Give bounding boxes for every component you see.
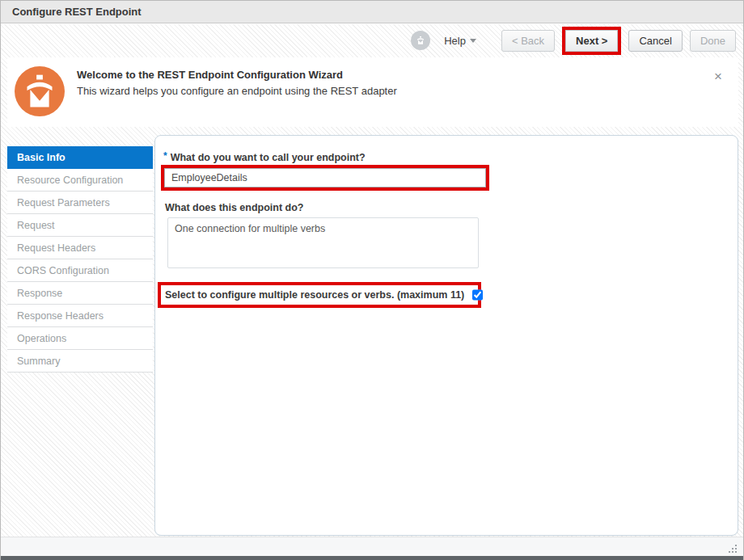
adapter-mini-glyph <box>414 34 427 47</box>
close-icon[interactable]: × <box>708 66 729 86</box>
sidebar-item-request[interactable]: Request <box>7 214 153 237</box>
sidebar-item-response-headers[interactable]: Response Headers <box>7 305 153 327</box>
help-menu[interactable]: Help <box>444 35 476 47</box>
sidebar-item-operations[interactable]: Operations <box>7 327 153 350</box>
title-bar: Configure REST Endpoint <box>1 1 743 23</box>
endpoint-description-input[interactable]: One connection for multiple verbs <box>167 217 479 268</box>
done-button[interactable]: Done <box>690 30 736 52</box>
configure-rest-endpoint-dialog: Configure REST Endpoint Help < Back Next… <box>0 0 744 560</box>
wizard-header: Welcome to the REST Endpoint Configurati… <box>7 57 738 127</box>
endpoint-name-input[interactable] <box>164 168 486 187</box>
adapter-mini-icon <box>411 31 430 50</box>
dialog-footer <box>1 537 743 556</box>
wizard-header-texts: Welcome to the REST Endpoint Configurati… <box>77 66 708 97</box>
back-button[interactable]: < Back <box>501 30 555 52</box>
wizard-title: Welcome to the REST Endpoint Configurati… <box>77 69 708 81</box>
endpoint-name-label-text: What do you want to call your endpoint? <box>171 152 366 163</box>
cancel-button[interactable]: Cancel <box>628 30 682 52</box>
resize-grip-icon[interactable] <box>735 551 737 553</box>
rest-adapter-icon <box>15 66 65 116</box>
help-label: Help <box>444 35 466 47</box>
chevron-down-icon <box>470 39 476 43</box>
next-button-highlight: Next > <box>562 27 621 55</box>
sidebar-item-response[interactable]: Response <box>7 282 153 305</box>
multiple-resources-checkbox[interactable] <box>472 289 483 301</box>
sidebar-item-summary[interactable]: Summary <box>7 350 153 373</box>
endpoint-name-highlight <box>161 165 489 191</box>
sidebar-item-cors-configuration[interactable]: CORS Configuration <box>7 259 153 282</box>
multiple-resources-label: Select to configure multiple resources o… <box>165 289 464 301</box>
sidebar-item-request-parameters[interactable]: Request Parameters <box>7 192 153 214</box>
wizard-steps-sidebar: Basic Info Resource Configuration Reques… <box>7 146 153 373</box>
sidebar-item-basic-info[interactable]: Basic Info <box>7 146 153 169</box>
required-marker: * <box>163 150 167 162</box>
window-bottom-edge <box>1 556 743 560</box>
sidebar-item-request-headers[interactable]: Request Headers <box>7 237 153 259</box>
basic-info-panel: *What do you want to call your endpoint?… <box>154 135 738 536</box>
wizard-toolbar: Help < Back Next > Cancel Done <box>1 24 743 57</box>
multiple-resources-highlight: Select to configure multiple resources o… <box>158 282 481 308</box>
page-title: Configure REST Endpoint <box>12 6 142 18</box>
endpoint-name-label: *What do you want to call your endpoint? <box>163 150 366 163</box>
endpoint-description-label: What does this endpoint do? <box>165 202 304 213</box>
wizard-subtitle: This wizard helps you configure an endpo… <box>77 85 708 97</box>
sidebar-item-resource-configuration[interactable]: Resource Configuration <box>7 169 153 192</box>
next-button[interactable]: Next > <box>565 30 618 52</box>
